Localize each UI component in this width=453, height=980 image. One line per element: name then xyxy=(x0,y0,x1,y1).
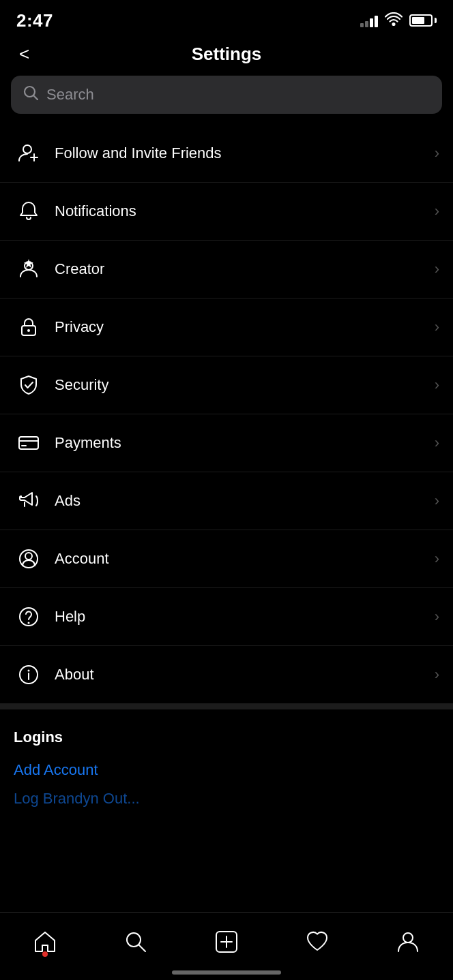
settings-item-creator[interactable]: Creator › xyxy=(0,241,453,298)
info-circle-icon xyxy=(14,660,44,690)
heart-icon xyxy=(305,930,330,954)
chevron-right-icon: › xyxy=(435,260,439,278)
payments-label: Payments xyxy=(55,434,435,452)
settings-list: Follow and Invite Friends › Notification… xyxy=(0,125,453,704)
nav-item-new-post[interactable] xyxy=(201,927,252,957)
add-person-icon xyxy=(14,138,44,168)
svg-point-16 xyxy=(28,622,30,624)
svg-point-14 xyxy=(25,553,32,560)
settings-item-account[interactable]: Account › xyxy=(0,530,453,588)
nav-item-search[interactable] xyxy=(110,927,162,957)
svg-point-9 xyxy=(27,329,30,332)
svg-line-21 xyxy=(139,945,145,951)
settings-item-follow-invite-friends[interactable]: Follow and Invite Friends › xyxy=(0,125,453,183)
signal-icon xyxy=(360,14,378,27)
settings-item-notifications[interactable]: Notifications › xyxy=(0,183,453,241)
logins-title: Logins xyxy=(14,729,439,746)
status-icons xyxy=(360,12,437,29)
nav-item-home[interactable] xyxy=(19,927,71,957)
search-icon xyxy=(23,85,38,104)
log-out-partial[interactable]: Log Brandyn Out... xyxy=(14,790,439,808)
chevron-right-icon: › xyxy=(435,666,439,684)
plus-square-icon xyxy=(214,930,239,954)
bottom-nav xyxy=(0,912,453,980)
home-icon xyxy=(33,930,57,954)
svg-line-2 xyxy=(33,95,38,99)
notifications-label: Notifications xyxy=(55,202,435,220)
star-person-icon xyxy=(14,254,44,284)
search-container: Search xyxy=(0,76,453,125)
bell-icon xyxy=(14,196,44,226)
settings-item-security[interactable]: Security › xyxy=(0,356,453,414)
search-placeholder: Search xyxy=(46,86,94,104)
chevron-right-icon: › xyxy=(435,550,439,568)
settings-item-ads[interactable]: Ads › xyxy=(0,472,453,530)
settings-item-about[interactable]: About › xyxy=(0,646,453,704)
back-button[interactable]: < xyxy=(14,41,35,67)
logins-section: Logins Add Account Log Brandyn Out... xyxy=(0,704,453,814)
shield-check-icon xyxy=(14,370,44,400)
security-label: Security xyxy=(55,376,435,394)
chevron-right-icon: › xyxy=(435,376,439,394)
svg-rect-10 xyxy=(19,437,38,449)
settings-item-privacy[interactable]: Privacy › xyxy=(0,298,453,356)
person-circle-icon xyxy=(14,544,44,574)
search-bar[interactable]: Search xyxy=(11,76,442,114)
add-account-button[interactable]: Add Account xyxy=(14,759,439,782)
privacy-label: Privacy xyxy=(55,318,435,336)
ads-label: Ads xyxy=(55,492,435,510)
credit-card-icon xyxy=(14,428,44,458)
svg-point-25 xyxy=(403,933,413,943)
home-notification-dot xyxy=(42,951,48,957)
settings-item-help[interactable]: Help › xyxy=(0,588,453,646)
question-circle-icon xyxy=(14,602,44,632)
chevron-right-icon: › xyxy=(435,492,439,510)
svg-point-3 xyxy=(23,145,31,153)
chevron-right-icon: › xyxy=(435,144,439,162)
account-label: Account xyxy=(55,550,435,568)
chevron-right-icon: › xyxy=(435,318,439,336)
wifi-icon xyxy=(385,12,403,29)
lock-icon xyxy=(14,312,44,342)
chevron-right-icon: › xyxy=(435,434,439,452)
nav-item-profile[interactable] xyxy=(382,927,434,957)
about-label: About xyxy=(55,666,435,684)
help-label: Help xyxy=(55,608,435,626)
megaphone-icon xyxy=(14,486,44,516)
page-title: Settings xyxy=(192,44,262,65)
chevron-right-icon: › xyxy=(435,608,439,626)
status-bar: 2:47 xyxy=(0,0,453,37)
creator-label: Creator xyxy=(55,260,435,278)
chevron-right-icon: › xyxy=(435,202,439,220)
settings-item-payments[interactable]: Payments › xyxy=(0,414,453,472)
status-time: 2:47 xyxy=(16,10,53,31)
person-icon xyxy=(396,930,420,954)
nav-header: < Settings xyxy=(0,37,453,76)
follow-invite-friends-label: Follow and Invite Friends xyxy=(55,144,435,162)
svg-point-19 xyxy=(28,670,30,672)
battery-icon xyxy=(409,14,437,27)
search-nav-icon xyxy=(123,930,148,954)
svg-point-0 xyxy=(393,23,395,25)
svg-point-20 xyxy=(127,933,141,947)
nav-item-activity[interactable] xyxy=(291,927,343,957)
home-indicator xyxy=(172,970,281,975)
